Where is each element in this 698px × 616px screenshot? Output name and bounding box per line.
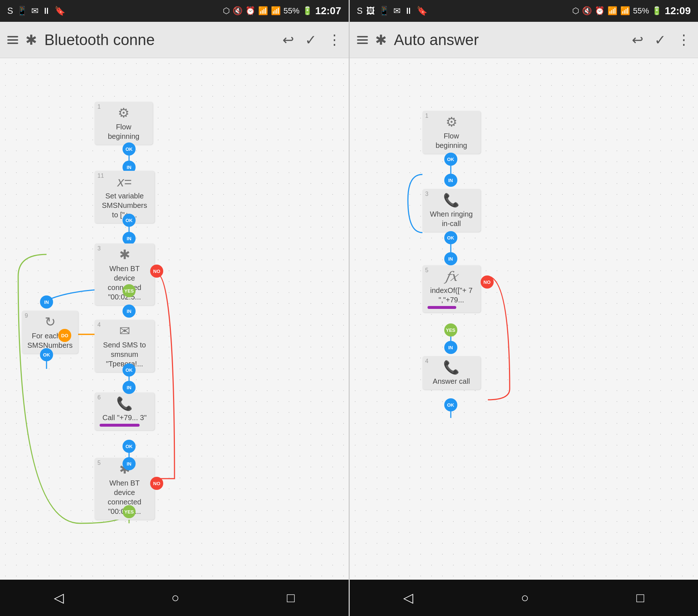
node-ringing-in-call[interactable]: 3 📞 When ringing in-call xyxy=(422,189,481,232)
connector-rnode4-ok[interactable]: OK xyxy=(444,398,457,411)
mute-icon: 🔇 xyxy=(233,6,242,16)
battery-percent-left: 55% xyxy=(284,6,300,16)
alarm-icon: ⏰ xyxy=(245,6,255,16)
indexof-progress-bar xyxy=(428,306,456,309)
connector-node11-ok[interactable]: OK xyxy=(123,214,136,227)
confirm-button-right[interactable]: ✓ xyxy=(654,32,666,48)
battery-icon-left: 🔋 xyxy=(302,6,312,16)
call-progress-bar xyxy=(100,424,140,427)
node-bt-device-1[interactable]: 3 ✱ When BT device connected "00:02:5... xyxy=(95,243,155,305)
node-call[interactable]: 6 📞 Call "+79... 3" xyxy=(95,392,155,430)
signal-icon-r: 📶 xyxy=(620,6,630,16)
node-answer-call[interactable]: 4 📞 Answer call xyxy=(422,356,481,390)
app-bar-left: ✱ Bluetooth conne ↩ ✓ ⋮ xyxy=(0,22,349,58)
connector-rnode5-no[interactable]: NO xyxy=(481,275,494,289)
settings-icon-right: ✱ xyxy=(375,32,387,48)
connector-node9-do[interactable]: DO xyxy=(58,329,71,342)
skype-icon-r: S xyxy=(357,6,363,16)
skype-icon: S xyxy=(7,6,13,16)
connector-node4-ok[interactable]: OK xyxy=(123,363,136,377)
email-icon: ✉ xyxy=(31,6,39,16)
home-button-left[interactable]: ○ xyxy=(171,590,179,605)
status-time-left: 12:07 xyxy=(315,5,341,17)
screen-right: S 🖼 📱 ✉ ⏸ 🔖 ⬡ 🔇 ⏰ 📶 📶 55% 🔋 12:09 xyxy=(350,0,698,616)
app-title-left: Bluetooth conne xyxy=(44,31,275,49)
connector-node4-in[interactable]: IN xyxy=(123,305,136,318)
settings-icon-left: ✱ xyxy=(25,32,37,48)
wifi-icon-r: 📶 xyxy=(607,6,617,16)
back-button-right[interactable]: ◁ xyxy=(403,590,413,605)
connector-rnode3-in[interactable]: IN xyxy=(444,174,457,187)
menu-button-left[interactable] xyxy=(7,36,18,44)
bottom-nav-right: ◁ ○ □ xyxy=(350,580,698,616)
phone-icon-r: 📱 xyxy=(379,6,390,16)
photo-icon-r: 🖼 xyxy=(366,6,375,16)
wifi-icon: 📶 xyxy=(258,6,268,16)
more-button-left[interactable]: ⋮ xyxy=(328,32,341,48)
status-icons-right-left: S 🖼 📱 ✉ ⏸ 🔖 xyxy=(357,6,428,16)
phone-icon: 📱 xyxy=(17,6,28,16)
connector-node1-ok[interactable]: OK xyxy=(123,142,136,156)
bookmark-icon-r: 🔖 xyxy=(417,6,428,16)
screen-left: S 📱 ✉ ⏸ 🔖 ⬡ 🔇 ⏰ 📶 📶 55% 🔋 12:07 xyxy=(0,0,350,616)
app-title-right: Auto answer xyxy=(394,31,625,49)
status-bar-right: S 🖼 📱 ✉ ⏸ 🔖 ⬡ 🔇 ⏰ 📶 📶 55% 🔋 12:09 xyxy=(350,0,698,22)
home-button-right[interactable]: ○ xyxy=(521,590,529,605)
connector-node9-ok[interactable]: OK xyxy=(40,348,53,361)
email-icon-r: ✉ xyxy=(393,6,401,16)
pause-icon-r: ⏸ xyxy=(404,6,413,16)
connector-rnode4-in[interactable]: IN xyxy=(444,341,457,354)
status-icons-left: S 📱 ✉ ⏸ 🔖 xyxy=(7,6,65,16)
confirm-button-left[interactable]: ✓ xyxy=(305,32,317,48)
status-icons-right: ⬡ 🔇 ⏰ 📶 📶 55% 🔋 12:07 xyxy=(223,5,341,17)
connector-node6-ok[interactable]: OK xyxy=(123,440,136,453)
node-send-sms[interactable]: 4 ✉ Send SMS to smsnum "Тревога!... xyxy=(95,320,155,372)
app-bar-actions-left: ↩ ✓ ⋮ xyxy=(282,32,341,48)
screens-container: S 📱 ✉ ⏸ 🔖 ⬡ 🔇 ⏰ 📶 📶 55% 🔋 12:07 xyxy=(0,0,698,616)
status-time-right: 12:09 xyxy=(665,5,691,17)
battery-percent-right: 55% xyxy=(633,6,649,16)
connector-node3-yes[interactable]: YES xyxy=(123,284,136,297)
flow-canvas-right: 1 ⚙ Flow beginning OK IN 3 📞 When ringin… xyxy=(350,58,698,580)
bookmark-icon: 🔖 xyxy=(55,6,65,16)
connector-rnode5-in[interactable]: IN xyxy=(444,252,457,265)
bottom-nav-left: ◁ ○ □ xyxy=(0,580,349,616)
flow-canvas-left: 1 ⚙ Flow beginning OK IN 11 x= Set varia… xyxy=(0,58,349,580)
menu-button-right[interactable] xyxy=(357,36,368,44)
more-button-right[interactable]: ⋮ xyxy=(677,32,691,48)
connector-node9-in[interactable]: IN xyxy=(40,295,53,309)
connector-rnode5-yes[interactable]: YES xyxy=(444,323,457,337)
signal-icon: 📶 xyxy=(271,6,281,16)
undo-button-right[interactable]: ↩ xyxy=(632,32,643,48)
mute-icon-r: 🔇 xyxy=(582,6,592,16)
node-flow-beginning-left[interactable]: 1 ⚙ Flow beginning xyxy=(95,102,153,145)
status-bar-left: S 📱 ✉ ⏸ 🔖 ⬡ 🔇 ⏰ 📶 📶 55% 🔋 12:07 xyxy=(0,0,349,22)
connector-node3-in[interactable]: IN xyxy=(123,232,136,245)
flow-lines-right xyxy=(350,58,698,580)
connector-node5-yes[interactable]: YES xyxy=(123,505,136,518)
app-bar-actions-right: ↩ ✓ ⋮ xyxy=(632,32,691,48)
status-icons-right-right: ⬡ 🔇 ⏰ 📶 📶 55% 🔋 12:09 xyxy=(572,5,691,17)
back-button-left[interactable]: ◁ xyxy=(54,590,64,605)
bluetooth-icon-r: ⬡ xyxy=(572,6,579,16)
undo-button-left[interactable]: ↩ xyxy=(282,32,294,48)
alarm-icon-r: ⏰ xyxy=(595,6,605,16)
recent-button-right[interactable]: □ xyxy=(636,590,644,605)
app-bar-right: ✱ Auto answer ↩ ✓ ⋮ xyxy=(350,22,698,58)
connector-node5-in[interactable]: IN xyxy=(123,457,136,470)
bluetooth-icon: ⬡ xyxy=(223,6,230,16)
pause-icon: ⏸ xyxy=(42,6,51,16)
node-index-of[interactable]: 5 𝑓𝑥 indexOf(["+ 7 ","+79... xyxy=(422,265,481,313)
node-flow-beginning-right[interactable]: 1 ⚙ Flow beginning xyxy=(422,111,481,154)
connector-node3-no[interactable]: NO xyxy=(150,265,163,278)
connector-rnode3-ok[interactable]: OK xyxy=(444,231,457,244)
connector-rnode1-ok[interactable]: OK xyxy=(444,153,457,166)
recent-button-left[interactable]: □ xyxy=(287,590,295,605)
battery-icon-right: 🔋 xyxy=(652,6,662,16)
connector-node6-in[interactable]: IN xyxy=(123,381,136,394)
connector-node5-no[interactable]: NO xyxy=(150,477,163,490)
